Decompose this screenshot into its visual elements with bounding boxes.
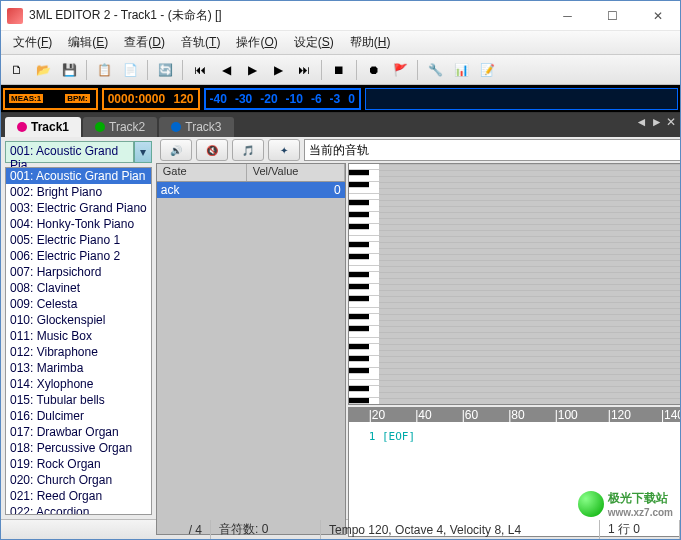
list-item[interactable]: 010: Glockenspiel xyxy=(6,312,151,328)
sound-on-icon[interactable]: 🔊 xyxy=(160,139,192,161)
lcd-meter: -40-30-20-10-6-30 xyxy=(204,88,361,110)
menu-item[interactable]: 编辑(E) xyxy=(60,32,116,53)
menu-item[interactable]: 文件(F) xyxy=(5,32,60,53)
list-item[interactable]: 003: Electric Grand Piano xyxy=(6,200,151,216)
tabstrip-controls[interactable]: ◄ ► ✕ xyxy=(636,115,676,129)
last-button[interactable]: ⏭ xyxy=(292,58,316,82)
list-item[interactable]: 014: Xylophone xyxy=(6,376,151,392)
current-track-select[interactable]: 当前的音轨 xyxy=(304,139,681,161)
first-button[interactable]: ⏮ xyxy=(188,58,212,82)
right-panes: 0 1 |20|40|60|80|100|120|140|160 1 [EOF] xyxy=(348,163,681,537)
menubar: 文件(F)编辑(E)查看(D)音轨(T)操作(O)设定(S)帮助(H) xyxy=(1,31,680,55)
tool3-button[interactable]: 📝 xyxy=(475,58,499,82)
watermark: 极光下载站 www.xz7.com xyxy=(578,490,673,518)
effect-icon[interactable]: ✦ xyxy=(268,139,300,161)
piano-editor[interactable]: 0 1 xyxy=(348,163,681,405)
left-column: 001: Acoustic Grand Pia ▾ 001: Acoustic … xyxy=(1,137,156,519)
maximize-button[interactable]: ☐ xyxy=(590,1,635,30)
list-item[interactable]: 009: Celesta xyxy=(6,296,151,312)
list-item[interactable]: 011: Music Box xyxy=(6,328,151,344)
close-button[interactable]: ✕ xyxy=(635,1,680,30)
menu-item[interactable]: 帮助(H) xyxy=(342,32,399,53)
menu-item[interactable]: 查看(D) xyxy=(116,32,173,53)
tab-track3[interactable]: Track3 xyxy=(159,117,233,137)
refresh-button[interactable]: 🔄 xyxy=(153,58,177,82)
list-item[interactable]: 013: Marimba xyxy=(6,360,151,376)
instrument-combo-text: 001: Acoustic Grand Pia xyxy=(5,141,134,163)
current-track-label: 当前的音轨 xyxy=(309,142,369,159)
tool1-button[interactable]: 🔧 xyxy=(423,58,447,82)
status-cell: / 4 xyxy=(1,520,211,539)
text-body[interactable]: 1 [EOF] xyxy=(349,422,681,536)
list-item[interactable]: 004: Honky-Tonk Piano xyxy=(6,216,151,232)
event-row[interactable]: ack0 xyxy=(157,182,345,198)
status-notes: 音符数: 0 xyxy=(211,520,321,539)
lcd-time: MEAS:1 BPM: xyxy=(3,88,98,110)
new-button[interactable]: 🗋 xyxy=(5,58,29,82)
list-item[interactable]: 002: Bright Piano xyxy=(6,184,151,200)
app-icon xyxy=(7,8,23,24)
mute-icon[interactable]: 🎵 xyxy=(232,139,264,161)
editor-panes: Gate Vel/Value ack0 0 1 xyxy=(156,163,681,537)
toolbar: 🗋📂💾📋📄🔄⏮◀▶▶⏭⏹⏺🚩🔧📊📝 xyxy=(1,55,680,85)
list-item[interactable]: 018: Percussive Organ xyxy=(6,440,151,456)
sound-off-icon[interactable]: 🔇 xyxy=(196,139,228,161)
play-button[interactable]: ▶ xyxy=(240,58,264,82)
list-item[interactable]: 021: Reed Organ xyxy=(6,488,151,504)
list-item[interactable]: 020: Church Organ xyxy=(6,472,151,488)
menu-item[interactable]: 设定(S) xyxy=(286,32,342,53)
tab-track2[interactable]: Track2 xyxy=(83,117,157,137)
editor-toolbar: 🔊 🔇 🎵 ✦ 当前的音轨 ▾ 👁 xyxy=(156,137,681,163)
paste-button[interactable]: 📄 xyxy=(118,58,142,82)
list-item[interactable]: 005: Electric Piano 1 xyxy=(6,232,151,248)
open-button[interactable]: 📂 xyxy=(31,58,55,82)
tab-track1[interactable]: Track1 xyxy=(5,117,81,137)
instrument-dropdown[interactable]: 001: Acoustic Grand Pian002: Bright Pian… xyxy=(5,167,152,515)
tool2-button[interactable]: 📊 xyxy=(449,58,473,82)
eof-marker: 1 [EOF] xyxy=(369,430,415,443)
list-item[interactable]: 019: Rock Organ xyxy=(6,456,151,472)
next-button[interactable]: ▶ xyxy=(266,58,290,82)
mini-pianoroll xyxy=(365,88,678,110)
window-title: 3ML EDITOR 2 - Track1 - (未命名) [] xyxy=(29,7,545,24)
titlebar: 3ML EDITOR 2 - Track1 - (未命名) [] ─ ☐ ✕ xyxy=(1,1,680,31)
list-item[interactable]: 007: Harpsichord xyxy=(6,264,151,280)
copy-button[interactable]: 📋 xyxy=(92,58,116,82)
piano-grid[interactable] xyxy=(379,164,681,404)
lcd-counter: 0000:0000 120 xyxy=(102,88,200,110)
track-tabstrip: Track1Track2Track3◄ ► ✕ xyxy=(1,113,680,137)
list-item[interactable]: 006: Electric Piano 2 xyxy=(6,248,151,264)
list-item[interactable]: 016: Dulcimer xyxy=(6,408,151,424)
event-list-header: Gate Vel/Value xyxy=(157,164,345,182)
list-item[interactable]: 012: Vibraphone xyxy=(6,344,151,360)
menu-item[interactable]: 音轨(T) xyxy=(173,32,228,53)
menu-item[interactable]: 操作(O) xyxy=(228,32,285,53)
list-item[interactable]: 008: Clavinet xyxy=(6,280,151,296)
minimize-button[interactable]: ─ xyxy=(545,1,590,30)
list-item[interactable]: 015: Tubular bells xyxy=(6,392,151,408)
piano-keyboard[interactable] xyxy=(349,164,379,404)
save-button[interactable]: 💾 xyxy=(57,58,81,82)
flag-button[interactable]: 🚩 xyxy=(388,58,412,82)
workspace: 001: Acoustic Grand Pia ▾ 001: Acoustic … xyxy=(1,137,680,519)
right-column: 🔊 🔇 🎵 ✦ 当前的音轨 ▾ 👁 Gate Vel/Value ack0 xyxy=(156,137,681,519)
watermark-icon xyxy=(578,491,604,517)
list-item[interactable]: 022: Accordion xyxy=(6,504,151,515)
stop-button[interactable]: ⏹ xyxy=(327,58,351,82)
prev-button[interactable]: ◀ xyxy=(214,58,238,82)
list-item[interactable]: 017: Drawbar Organ xyxy=(6,424,151,440)
metric-bar: MEAS:1 BPM: 0000:0000 120 -40-30-20-10-6… xyxy=(1,85,680,113)
event-list[interactable]: Gate Vel/Value ack0 xyxy=(156,163,346,535)
list-item[interactable]: 001: Acoustic Grand Pian xyxy=(6,168,151,184)
instrument-combo[interactable]: 001: Acoustic Grand Pia ▾ xyxy=(5,141,152,163)
text-ruler: |20|40|60|80|100|120|140|160 xyxy=(349,408,681,422)
chevron-down-icon[interactable]: ▾ xyxy=(134,141,152,163)
rec-button[interactable]: ⏺ xyxy=(362,58,386,82)
